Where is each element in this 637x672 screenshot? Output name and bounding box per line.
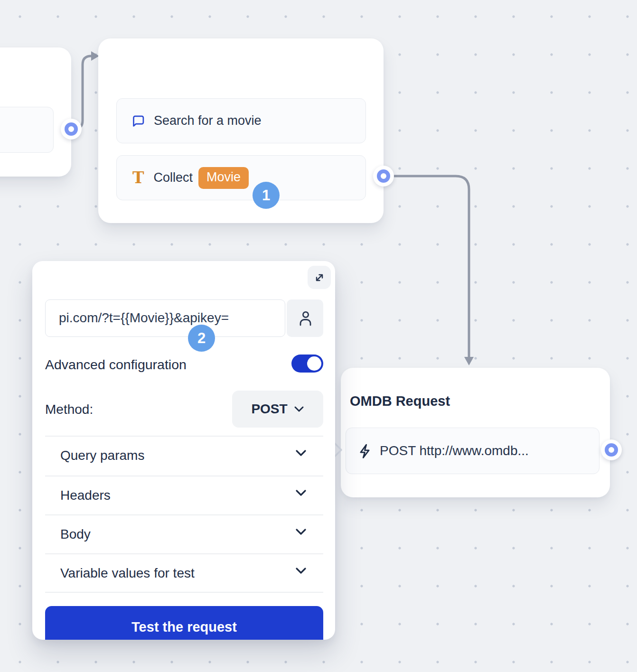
port-ring-icon: [65, 122, 78, 136]
section-label: Headers: [60, 486, 111, 505]
webhook-block-label: POST http://www.omdb...: [380, 443, 529, 458]
webhook-block[interactable]: POST http://www.omdb...: [346, 428, 600, 474]
webhook-config-panel[interactable]: pi.com/?t={{Movie}}&apikey= Advanced con…: [32, 261, 335, 640]
section-headers[interactable]: Headers: [45, 476, 323, 515]
expand-button[interactable]: [308, 266, 331, 289]
variable-badge[interactable]: Movie: [198, 167, 249, 189]
chevron-down-icon: [295, 449, 307, 457]
section-query-params[interactable]: Query params: [45, 436, 323, 475]
method-dropdown[interactable]: POST: [232, 391, 323, 428]
toggle-knob: [307, 356, 321, 371]
advanced-config-label: Advanced configuration: [45, 355, 187, 374]
user-variable-button[interactable]: [287, 299, 323, 337]
collect-block[interactable]: T Collect Movie: [116, 155, 366, 200]
previous-node-output-port[interactable]: [61, 119, 82, 140]
omdb-request-node[interactable]: OMDB Request POST http://www.omdb...: [341, 368, 610, 497]
advanced-config-toggle[interactable]: [291, 355, 323, 373]
connector-movie-to-omdb: [392, 176, 469, 357]
section-label: Body: [60, 525, 91, 544]
chat-bubble-icon: [131, 114, 145, 127]
omdb-node-output-port[interactable]: [601, 439, 622, 460]
node-title: OMDB Request: [350, 392, 450, 411]
chevron-down-icon: [294, 406, 304, 412]
method-value: POST: [251, 401, 287, 417]
connector-left-to-movie: [71, 56, 93, 129]
message-block-label: Search for a movie: [154, 113, 262, 128]
expand-icon: [313, 271, 326, 284]
message-block[interactable]: Search for a movie: [116, 98, 366, 143]
divider: [45, 592, 323, 593]
arrowhead-down-icon: [464, 357, 474, 365]
test-request-button[interactable]: Test the request: [45, 606, 323, 640]
section-label: Variable values for test: [60, 564, 195, 583]
section-label: Query params: [60, 446, 144, 465]
chevron-down-icon: [295, 567, 307, 575]
section-variable-values[interactable]: Variable values for test: [45, 554, 323, 593]
lightning-icon: [358, 444, 372, 458]
collect-block-label: Collect: [154, 170, 193, 185]
text-input-icon: T: [132, 168, 144, 187]
step-badge-2: 2: [188, 325, 215, 352]
method-label: Method:: [45, 400, 93, 419]
port-ring-icon: [605, 443, 618, 457]
movie-node-output-port[interactable]: [373, 166, 394, 187]
chevron-down-icon: [295, 489, 307, 497]
previous-node-item[interactable]: [0, 107, 54, 153]
movie-search-node[interactable]: Movie search Search for a movie T Collec…: [98, 38, 384, 223]
url-input[interactable]: pi.com/?t={{Movie}}&apikey=: [45, 299, 285, 337]
flow-canvas[interactable]: Movie search Search for a movie T Collec…: [0, 0, 637, 672]
section-body[interactable]: Body: [45, 515, 323, 554]
step-badge-1: 1: [253, 182, 280, 209]
chevron-down-icon: [295, 528, 307, 536]
person-icon: [298, 310, 312, 326]
port-ring-icon: [377, 169, 390, 183]
